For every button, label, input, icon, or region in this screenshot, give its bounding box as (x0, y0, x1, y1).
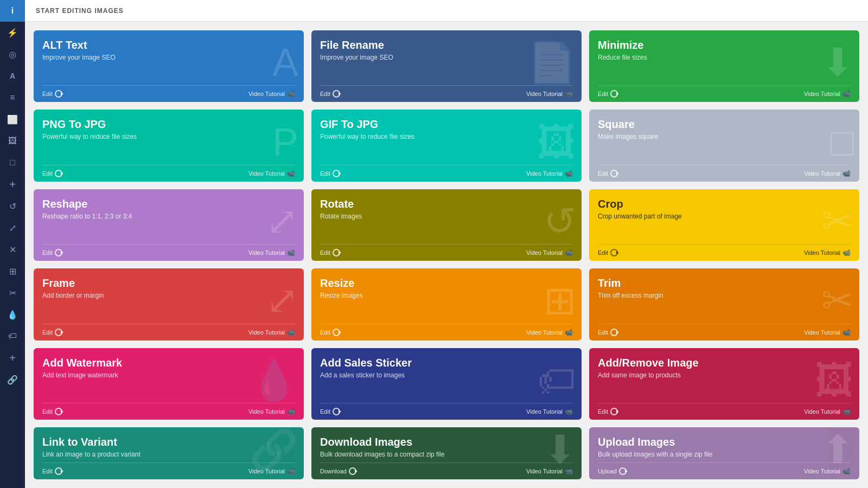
card-video-link[interactable]: Video Tutorial 📹 (248, 329, 295, 336)
card-video-link[interactable]: Video Tutorial 📹 (526, 329, 573, 336)
card-gif-to-jpg[interactable]: 🖼 GIF To JPG Powerful way to reduce file… (311, 110, 582, 181)
card-upload-images[interactable]: ⬆ Upload Images Bulk upload images with … (589, 427, 859, 479)
sidebar-icon-scissors[interactable]: ✕ (0, 239, 25, 260)
sidebar-icon-target[interactable]: ◎ (0, 43, 25, 65)
card-footer: Edit Video Tutorial 📹 (598, 165, 851, 182)
card-subtitle: Improve your image SEO (320, 54, 573, 61)
sidebar-icon-add[interactable]: + (0, 347, 25, 369)
card-title: ALT Text (42, 39, 295, 52)
video-camera-icon: 📹 (843, 90, 851, 98)
sidebar-icon-transform[interactable]: ⤢ (0, 217, 25, 239)
frame-icon: ⊞ (9, 266, 16, 277)
card-png-to-jpg[interactable]: P PNG To JPG Powerful way to reduce file… (34, 110, 304, 181)
video-camera-icon: 📹 (843, 249, 851, 256)
edit-icon (55, 90, 62, 98)
sidebar-top-icon[interactable]: i (0, 0, 25, 22)
video-camera-icon: 📹 (843, 467, 851, 475)
card-edit-link[interactable]: Edit (320, 249, 340, 256)
card-video-link[interactable]: Video Tutorial 📹 (526, 467, 573, 475)
sidebar-icon-text[interactable]: A (0, 65, 25, 87)
card-edit-link[interactable]: Edit (598, 329, 618, 336)
card-edit-link[interactable]: Edit (320, 408, 340, 415)
card-video-link[interactable]: Video Tutorial 📹 (804, 329, 851, 336)
card-link-to-variant[interactable]: 🔗 Link to Variant Link an image to a pro… (34, 427, 304, 479)
card-rotate[interactable]: ↺ Rotate Rotate images Edit Video Tutori… (311, 189, 582, 261)
sidebar-icon-list[interactable]: ≡ (0, 87, 25, 108)
sidebar-icon-cut[interactable]: ✂ (0, 282, 25, 304)
sidebar-icon-drop[interactable]: 💧 (0, 304, 25, 325)
card-footer: Edit Video Tutorial 📹 (42, 463, 295, 479)
card-video-link[interactable]: Video Tutorial 📹 (248, 249, 295, 256)
card-edit-link[interactable]: Edit (42, 170, 62, 177)
card-download-images[interactable]: ⬇ Download Images Bulk download images t… (311, 427, 582, 479)
sidebar-icon-square[interactable]: □ (0, 152, 25, 174)
video-camera-icon: 📹 (287, 249, 295, 256)
card-add-watermark[interactable]: 💧 Add Watermark Add text image watermark… (34, 348, 304, 420)
sidebar-icon-flash[interactable]: ⚡ (0, 22, 25, 43)
card-frame[interactable]: ⤢ Frame Add border or margin Edit Video … (34, 268, 304, 340)
card-video-link[interactable]: Video Tutorial 📹 (804, 170, 851, 177)
card-minimize[interactable]: ⬇ Minimize Reduce file sizes Edit Video … (589, 30, 859, 102)
card-trim[interactable]: ✂ Trim Trim off excess margin Edit Video… (589, 268, 859, 340)
sidebar-icon-doc[interactable]: ⬜ (0, 108, 25, 130)
card-edit-link[interactable]: Edit (598, 408, 618, 415)
card-edit-link[interactable]: Edit (320, 329, 340, 336)
sidebar-icon-image[interactable]: 🖼 (0, 130, 25, 152)
card-edit-link[interactable]: Download (320, 467, 356, 475)
card-subtitle: Bulk download images to a compact zip fi… (320, 451, 573, 458)
card-title: Upload Images (598, 436, 851, 448)
edit-icon (333, 170, 340, 177)
card-video-link[interactable]: Video Tutorial 📹 (526, 249, 573, 256)
card-square[interactable]: □ Square Make images square Edit Video T… (589, 110, 859, 181)
video-label: Video Tutorial (804, 329, 840, 336)
card-edit-link[interactable]: Edit (598, 90, 618, 98)
card-edit-link[interactable]: Edit (320, 90, 340, 98)
card-add-remove-image[interactable]: 🖼 Add/Remove Image Add same image to pro… (589, 348, 859, 420)
card-video-link[interactable]: Video Tutorial 📹 (248, 408, 295, 415)
card-edit-link[interactable]: Edit (598, 170, 618, 177)
sidebar-icon-tag[interactable]: 🏷 (0, 325, 25, 347)
card-video-link[interactable]: Video Tutorial 📹 (526, 170, 573, 177)
card-reshape[interactable]: ⤢ Reshape Reshape ratio to 1:1, 2:3 or 3… (34, 189, 304, 261)
card-video-link[interactable]: Video Tutorial 📹 (526, 408, 573, 415)
card-edit-link[interactable]: Edit (42, 467, 62, 475)
card-edit-link[interactable]: Upload (598, 467, 627, 475)
card-alt-text[interactable]: A ALT Text Improve your image SEO Edit V… (34, 30, 304, 102)
card-video-link[interactable]: Video Tutorial 📹 (804, 408, 851, 415)
card-footer: Edit Video Tutorial 📹 (320, 324, 573, 341)
card-video-link[interactable]: Video Tutorial 📹 (804, 249, 851, 256)
card-file-rename[interactable]: 📄 File Rename Improve your image SEO Edi… (311, 30, 582, 102)
video-label: Video Tutorial (248, 468, 285, 474)
card-resize[interactable]: ⊞ Resize Resize images Edit Video Tutori… (311, 268, 582, 340)
card-crop[interactable]: ✂ Crop Crop unwanted part of image Edit … (589, 189, 859, 261)
video-label: Video Tutorial (804, 408, 840, 415)
card-title: PNG To JPG (42, 118, 295, 131)
edit-icon (55, 249, 62, 256)
edit-icon (610, 90, 618, 98)
card-edit-link[interactable]: Edit (42, 329, 62, 336)
card-video-link[interactable]: Video Tutorial 📹 (804, 467, 851, 475)
card-video-link[interactable]: Video Tutorial 📹 (526, 90, 573, 98)
sidebar-icon-frame[interactable]: ⊞ (0, 260, 25, 282)
add-icon: + (9, 352, 16, 364)
card-edit-link[interactable]: Edit (42, 249, 62, 256)
card-video-link[interactable]: Video Tutorial 📹 (248, 467, 295, 475)
card-title: Add Watermark (42, 357, 295, 369)
card-video-link[interactable]: Video Tutorial 📹 (248, 90, 295, 98)
card-footer: Edit Video Tutorial 📹 (598, 403, 851, 420)
card-video-link[interactable]: Video Tutorial 📹 (804, 90, 851, 98)
card-subtitle: Resize images (320, 292, 573, 299)
card-edit-link[interactable]: Edit (42, 90, 62, 98)
sidebar-icon-plus[interactable]: + (0, 174, 25, 195)
card-edit-link[interactable]: Edit (598, 249, 618, 256)
card-edit-link[interactable]: Edit (320, 170, 340, 177)
video-camera-icon: 📹 (565, 249, 573, 256)
card-edit-link[interactable]: Edit (42, 408, 62, 415)
card-subtitle: Link an image to a product variant (42, 451, 295, 458)
sidebar-icon-undo[interactable]: ↺ (0, 195, 25, 217)
edit-icon (610, 329, 618, 336)
video-camera-icon: 📹 (843, 170, 851, 177)
card-video-link[interactable]: Video Tutorial 📹 (248, 170, 295, 177)
card-add-sales-sticker[interactable]: 🏷 Add Sales Sticker Add a sales sticker … (311, 348, 582, 420)
sidebar-icon-link[interactable]: 🔗 (0, 369, 25, 390)
